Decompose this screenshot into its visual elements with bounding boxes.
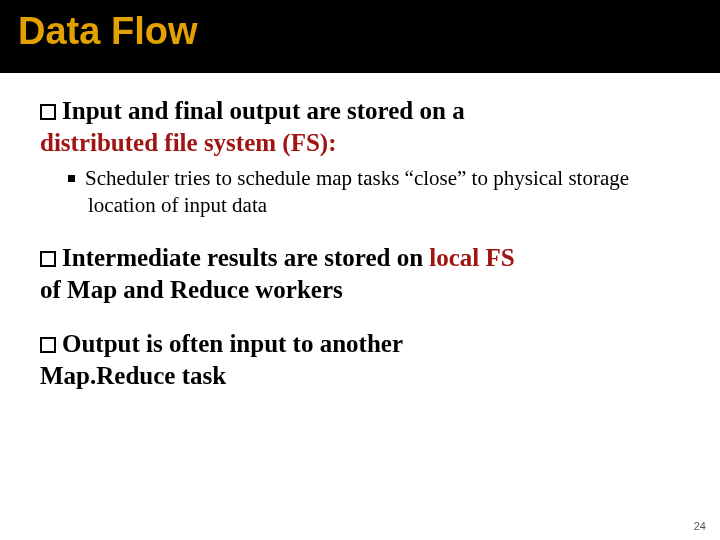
- slide-body: Input and final output are stored on a d…: [0, 73, 720, 392]
- b1-prefix: Input and final output: [62, 97, 300, 124]
- bullet-3: Output is often input to another Map.Red…: [40, 328, 680, 392]
- b1-middle: are stored on a: [300, 97, 464, 124]
- square-bullet-icon: [40, 337, 56, 353]
- page-number: 24: [694, 520, 706, 532]
- b1-sub-text: Scheduler tries to schedule map tasks “c…: [85, 166, 629, 217]
- b1-accent: distributed file system (FS):: [40, 129, 337, 156]
- b3-middle: is often input to another: [140, 330, 403, 357]
- square-bullet-icon: [40, 104, 56, 120]
- bullet-2: Intermediate results are stored on local…: [40, 242, 680, 306]
- b2-middle: are stored on: [277, 244, 429, 271]
- bullet-3-text: Output is often input to another Map.Red…: [40, 328, 680, 392]
- bullet-2-text: Intermediate results are stored on local…: [40, 242, 680, 306]
- bullet-1: Input and final output are stored on a d…: [40, 95, 680, 220]
- title-band: Data Flow: [0, 0, 720, 73]
- bullet-1-sub: Scheduler tries to schedule map tasks “c…: [40, 165, 680, 220]
- b2-prefix: Intermediate results: [62, 244, 277, 271]
- b2-rest: of Map and Reduce workers: [40, 276, 343, 303]
- b2-accent: local FS: [429, 244, 514, 271]
- b3-prefix: Output: [62, 330, 140, 357]
- square-bullet-icon: [40, 251, 56, 267]
- b3-rest: Map.Reduce task: [40, 362, 226, 389]
- slide: Data Flow Input and final output are sto…: [0, 0, 720, 540]
- small-square-icon: [68, 175, 75, 182]
- slide-title: Data Flow: [18, 10, 702, 53]
- bullet-1-text: Input and final output are stored on a d…: [40, 95, 680, 159]
